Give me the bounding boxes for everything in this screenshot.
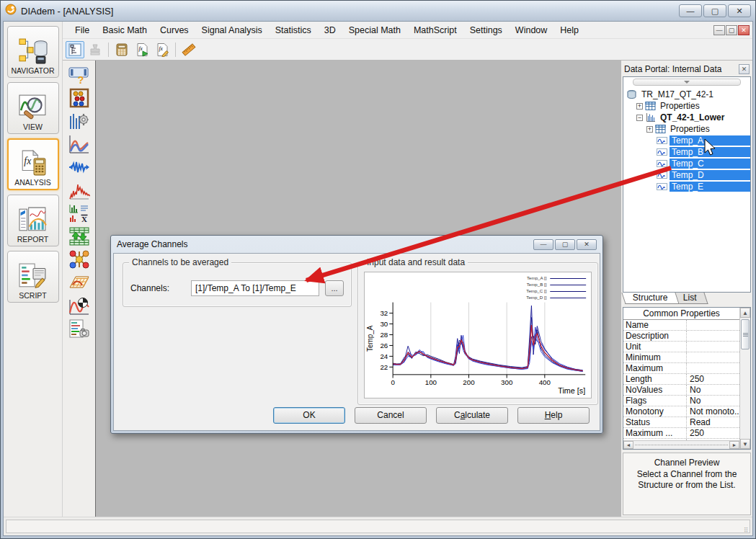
structure-view-icon[interactable] xyxy=(66,41,84,58)
svg-text:Temp_A: Temp_A xyxy=(366,325,374,352)
script-edit-icon[interactable]: fx xyxy=(153,41,172,58)
surface-3d-icon[interactable] xyxy=(66,271,93,293)
svg-text:Time [s]: Time [s] xyxy=(558,386,585,395)
svg-text:22: 22 xyxy=(380,363,388,371)
menu-curves[interactable]: Curves xyxy=(154,23,195,37)
property-row-unit: Unit xyxy=(623,342,739,352)
property-value[interactable]: No xyxy=(687,396,739,406)
ok-button[interactable]: OK xyxy=(273,407,345,424)
property-value[interactable]: 250 xyxy=(687,428,739,438)
mdi-restore-button[interactable]: ▢ xyxy=(726,25,737,35)
statistics-icon[interactable]: X xyxy=(66,202,93,224)
property-row-flags: FlagsNo xyxy=(623,396,739,406)
property-value[interactable]: 250 xyxy=(687,374,739,384)
tree-item-temp-d[interactable]: Temp_D xyxy=(623,169,750,181)
channels-label: Channels: xyxy=(130,283,191,293)
sidebar-button-report[interactable]: REPORT xyxy=(7,195,59,246)
portal-tabs: StructureList xyxy=(623,293,751,306)
tree-item-label: Temp_A xyxy=(670,135,750,146)
calculator-icon[interactable] xyxy=(112,41,131,58)
sidebar-button-navigator[interactable]: NAVIGATOR xyxy=(7,26,59,78)
tree-expand-icon[interactable]: − xyxy=(636,115,643,121)
script-camera-icon[interactable] xyxy=(66,317,93,339)
app-logo-icon xyxy=(5,4,17,18)
tree-item-properties[interactable]: +Properties xyxy=(623,123,750,135)
histogram-gear-icon[interactable] xyxy=(66,110,93,132)
scroll-right-icon[interactable]: ► xyxy=(729,441,739,449)
tree-item-qt-42-1-lower[interactable]: −QT_42-1_Lower xyxy=(623,112,750,123)
properties-vscrollbar[interactable]: ▲ ▼ xyxy=(739,308,750,449)
portal-collapse-handle[interactable] xyxy=(633,79,741,86)
tree-item-properties[interactable]: +Properties xyxy=(623,100,750,112)
svg-text:fx: fx xyxy=(159,45,164,52)
close-button[interactable]: ✕ xyxy=(728,4,751,17)
abacus-icon[interactable] xyxy=(66,86,93,109)
tree-expand-icon[interactable]: + xyxy=(646,126,653,133)
sidebar-button-analysis[interactable]: fxANALYSIS xyxy=(7,138,59,190)
cancel-button[interactable]: Cancel xyxy=(355,407,427,424)
scroll-up-icon[interactable]: ▲ xyxy=(740,308,750,318)
table-arrows-icon[interactable] xyxy=(66,225,93,247)
toolbar-separator xyxy=(175,43,176,57)
tree-item-temp-a[interactable]: Temp_A xyxy=(623,135,750,146)
tree-expand-icon[interactable]: + xyxy=(636,103,643,110)
restore-button[interactable]: ▢ xyxy=(703,4,726,17)
property-value[interactable] xyxy=(687,363,739,373)
property-value[interactable] xyxy=(687,320,739,330)
tree-item-temp-c[interactable]: Temp_C xyxy=(623,158,750,169)
browse-button[interactable]: ... xyxy=(325,280,344,296)
tree-item-temp-b[interactable]: Temp_B xyxy=(623,146,750,158)
curves-icon[interactable] xyxy=(66,133,93,155)
menu-signal-analysis[interactable]: Signal Analysis xyxy=(195,23,269,37)
menu-settings[interactable]: Settings xyxy=(463,23,509,37)
properties-hscrollbar[interactable]: ◄ ► xyxy=(623,440,739,449)
menu-statistics[interactable]: Statistics xyxy=(269,23,318,37)
script-run-icon[interactable]: fx xyxy=(133,41,151,58)
waveform-arrows-icon[interactable] xyxy=(66,156,93,178)
menu-file[interactable]: File xyxy=(68,23,96,37)
dialog-maximize-button[interactable]: ▢ xyxy=(555,239,575,250)
dialog-title: Average Channels xyxy=(117,239,188,249)
menu-special-math[interactable]: Special Math xyxy=(342,23,407,37)
mdi-close-button[interactable]: ✕ xyxy=(738,25,750,35)
help-button[interactable]: Help xyxy=(517,407,590,424)
tree-item-tr-m17-qt-42-1[interactable]: TR_M17_QT_42-1 xyxy=(623,89,750,100)
menu-help[interactable]: Help xyxy=(553,23,585,37)
minimize-button[interactable]: — xyxy=(679,4,702,17)
property-label: Monotony xyxy=(623,406,687,416)
property-value[interactable]: No xyxy=(687,385,739,395)
channel-preview: Channel Preview Select a Channel from th… xyxy=(623,453,751,515)
calculate-button[interactable]: Calculate xyxy=(436,407,508,424)
svg-text:26: 26 xyxy=(380,342,388,349)
data-portal-close-icon[interactable]: ✕ xyxy=(739,64,750,74)
sidebar-button-view[interactable]: VIEW xyxy=(7,82,59,134)
channels-input[interactable] xyxy=(191,280,319,296)
property-value[interactable] xyxy=(687,331,739,341)
dialog-body: Channels to be averaged Channels: ... In… xyxy=(113,253,600,431)
ruler-icon[interactable] xyxy=(179,41,198,58)
scroll-thumb[interactable] xyxy=(741,319,750,349)
sidebar-button-script[interactable]: SCRIPT xyxy=(7,251,59,303)
tab-structure[interactable]: Structure xyxy=(621,293,679,304)
molecule-icon[interactable] xyxy=(66,248,93,270)
film-help-icon[interactable]: ? xyxy=(66,63,93,86)
table-icon xyxy=(655,124,666,134)
dialog-close-button[interactable]: ✕ xyxy=(577,239,597,250)
menu-3d[interactable]: 3D xyxy=(318,23,342,37)
property-value[interactable] xyxy=(687,352,739,362)
mdi-minimize-button[interactable]: — xyxy=(713,25,725,35)
resize-grip[interactable]: ⠿ xyxy=(744,527,751,534)
property-value[interactable]: Read xyxy=(687,417,739,427)
spectrum-icon[interactable] xyxy=(66,179,93,201)
property-value[interactable]: Not monoto... xyxy=(687,406,739,416)
menu-window[interactable]: Window xyxy=(509,23,553,37)
scroll-down-icon[interactable]: ▼ xyxy=(740,439,750,449)
menu-mathscript[interactable]: MathScript xyxy=(407,23,463,37)
property-label: NoValues xyxy=(623,385,687,395)
dialog-minimize-button[interactable]: — xyxy=(533,239,553,250)
tree-item-temp-e[interactable]: Temp_E xyxy=(623,181,750,192)
menu-basic-math[interactable]: Basic Math xyxy=(96,23,154,37)
approximation-icon[interactable] xyxy=(66,294,93,316)
property-value[interactable] xyxy=(687,342,739,352)
scroll-left-icon[interactable]: ◄ xyxy=(623,441,633,449)
